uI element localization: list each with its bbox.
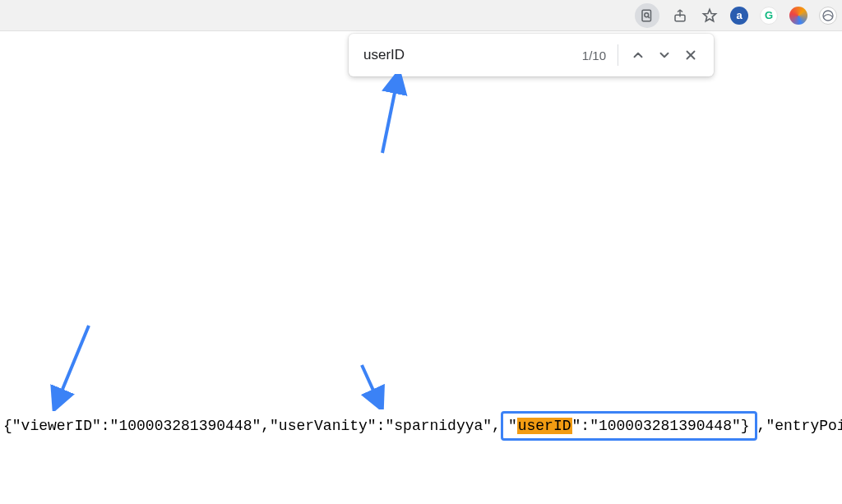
svg-line-9 [382, 81, 397, 153]
extension-letter: G [765, 9, 773, 21]
extension-similarweb[interactable] [789, 7, 807, 25]
code-segment: " [508, 418, 517, 434]
svg-line-13 [362, 365, 378, 401]
svg-marker-4 [704, 9, 716, 21]
highlighted-userid-box: "userID":"100003281390448"} [501, 411, 757, 441]
find-match-count: 1/10 [582, 49, 606, 62]
find-next-button[interactable] [651, 42, 678, 68]
find-close-button[interactable] [678, 42, 704, 68]
find-in-page-icon[interactable] [635, 3, 659, 28]
browser-toolbar: a G [0, 0, 842, 31]
find-input[interactable] [363, 47, 576, 63]
page-source-text: {"viewerID":"100003281390448","userVanit… [0, 411, 842, 441]
code-segment: {"viewerID":"100003281390448","userVanit… [3, 418, 501, 434]
share-icon[interactable] [671, 7, 689, 25]
annotation-arrow-mid [354, 360, 395, 409]
svg-line-2 [648, 16, 650, 18]
extension-e[interactable] [819, 7, 837, 25]
annotation-arrow-top [368, 74, 417, 156]
find-prev-button[interactable] [625, 42, 651, 68]
separator [618, 44, 618, 66]
code-segment: ,"entryPoint":{"__dr" [757, 418, 842, 434]
extension-a[interactable]: a [730, 7, 748, 25]
svg-rect-0 [642, 10, 651, 21]
svg-line-11 [58, 326, 89, 401]
find-in-page-bar: 1/10 [349, 34, 714, 76]
code-segment: ":"100003281390448"} [572, 418, 750, 434]
extension-letter: a [736, 9, 742, 21]
find-match-highlight: userID [517, 418, 572, 434]
extension-grammarly[interactable]: G [760, 7, 778, 25]
svg-point-1 [645, 12, 649, 16]
star-icon[interactable] [701, 7, 719, 25]
annotation-arrow-left [41, 321, 99, 411]
